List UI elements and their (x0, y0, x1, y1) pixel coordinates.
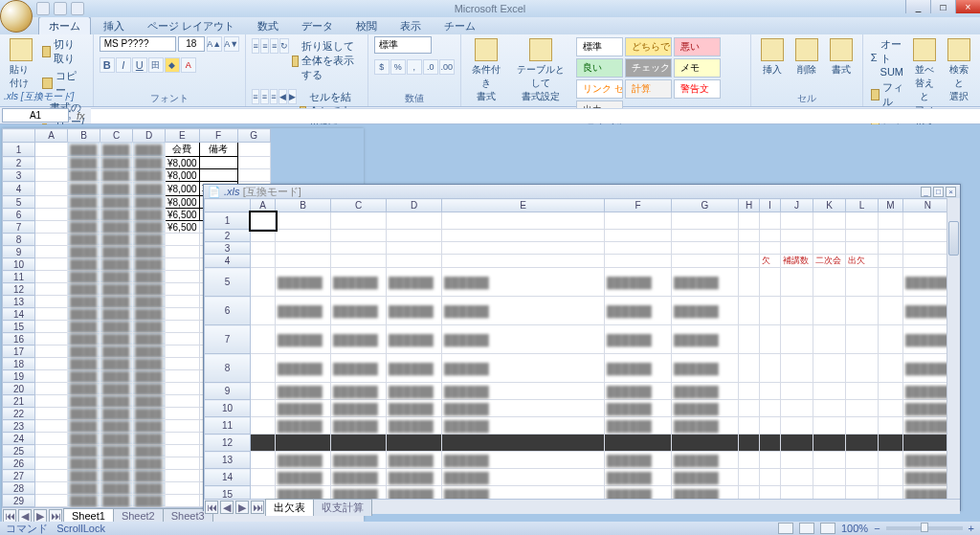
inc-decimal-button[interactable]: .0 (423, 59, 438, 75)
indent-dec-button[interactable]: ◀ (278, 89, 287, 104)
find-label: 検索と 選択 (947, 63, 970, 103)
workbook-window-2: 📄 .xls [互換モード] _ □ × ABCDEFGHIJKLMN1234欠… (203, 184, 961, 511)
tab-view[interactable]: 表示 (390, 16, 432, 34)
fill-icon (871, 89, 880, 100)
sheet-nav-prev[interactable]: ◀ (220, 501, 234, 514)
workbook2-sheet-tabs: ⏮ ◀ ▶ ⏭ 出欠表 収支計算 (204, 499, 960, 514)
fx-icon[interactable]: fx (71, 110, 91, 122)
paste-button[interactable]: 貼り付け (6, 36, 36, 92)
close-button[interactable]: × (955, 0, 980, 13)
ribbon-tabs: ホーム 挿入 ページ レイアウト 数式 データ 校閲 表示 チーム (0, 17, 980, 34)
sheet-nav-next[interactable]: ▶ (33, 509, 47, 523)
office-button[interactable] (0, 0, 33, 33)
save-icon[interactable] (36, 2, 50, 15)
zoom-slider[interactable] (886, 526, 963, 530)
maximize-button[interactable]: □ (930, 0, 955, 13)
sheet-nav-next[interactable]: ▶ (235, 501, 249, 514)
delete-icon (795, 38, 818, 61)
name-box[interactable]: A1 (2, 108, 69, 123)
sheet-tab[interactable]: 収支計算 (313, 499, 372, 516)
workbook2-titlebar[interactable]: 📄 .xls [互換モード] _ □ × (204, 185, 960, 198)
tab-home[interactable]: ホーム (38, 16, 91, 34)
cut-label: 切り取り (54, 37, 84, 66)
worksheet-2[interactable]: ABCDEFGHIJKLMN1234欠補講数二次会出欠5████████████… (204, 198, 953, 499)
tab-review[interactable]: 校閲 (345, 16, 388, 34)
insert-cells-button[interactable]: 挿入 (757, 36, 788, 78)
find-select-button[interactable]: 検索と 選択 (944, 36, 974, 105)
italic-button[interactable]: I (116, 57, 131, 73)
grow-font-button[interactable]: A▲ (207, 36, 222, 52)
redo-icon[interactable] (71, 2, 84, 15)
currency-button[interactable]: $ (374, 59, 390, 75)
cell-style-option[interactable]: 悪い (674, 37, 721, 56)
child-minimize-button[interactable]: _ (921, 187, 931, 197)
align-bottom-button[interactable]: ≡ (270, 38, 278, 54)
indent-inc-button[interactable]: ▶ (288, 89, 297, 104)
tab-team[interactable]: チーム (434, 16, 486, 34)
autosum-button[interactable]: Σオート SUM (869, 36, 905, 78)
cell-style-option[interactable]: チェック セル (625, 58, 672, 78)
font-name-combo[interactable]: MS P???? (100, 36, 176, 52)
fill-color-button[interactable]: ◆ (165, 57, 180, 73)
font-size-combo[interactable]: 18 (178, 36, 205, 52)
sheet-nav-first[interactable]: ⏮ (3, 509, 16, 523)
table-label: テーブルとして 書式設定 (513, 63, 568, 103)
zoom-in-button[interactable]: + (969, 523, 974, 534)
shrink-font-button[interactable]: A▼ (224, 36, 239, 52)
child-close-button[interactable]: × (946, 187, 956, 197)
align-top-button[interactable]: ≡ (252, 38, 260, 54)
orientation-button[interactable]: ↻ (279, 38, 289, 54)
cell-style-option[interactable]: 標準 (576, 37, 623, 56)
workbook2-mode: [互換モード] (243, 186, 301, 197)
view-pagelayout-button[interactable] (799, 523, 814, 534)
cond-label: 条件付き 書式 (471, 63, 501, 103)
delete-cells-button[interactable]: 削除 (791, 36, 822, 78)
border-button[interactable]: 田 (148, 57, 164, 73)
fill-button[interactable]: フィル (869, 79, 905, 110)
tab-insert[interactable]: 挿入 (93, 16, 135, 34)
number-format-combo[interactable]: 標準 (374, 36, 432, 54)
tab-data[interactable]: データ (291, 16, 344, 34)
align-center-button[interactable]: ≡ (260, 89, 268, 104)
align-left-button[interactable]: ≡ (252, 89, 259, 104)
sheet-tab[interactable]: 出欠表 (265, 499, 314, 516)
scrollbar-thumb[interactable] (948, 221, 959, 256)
quick-access-toolbar (36, 2, 84, 15)
cut-button[interactable]: 切り取り (40, 36, 87, 67)
sheet-tab[interactable]: Sheet2 (113, 508, 164, 523)
undo-icon[interactable] (54, 2, 67, 15)
underline-button[interactable]: U (132, 57, 147, 73)
align-middle-button[interactable]: ≡ (260, 38, 269, 54)
sheet-nav-prev[interactable]: ◀ (18, 509, 32, 523)
bold-button[interactable]: B (100, 57, 115, 73)
sheet-nav-last[interactable]: ⏭ (251, 501, 264, 514)
sheet-nav-first[interactable]: ⏮ (205, 501, 218, 514)
cell-style-option[interactable]: メモ (674, 58, 721, 78)
cell-style-option[interactable]: どちらでもない (625, 37, 672, 56)
align-right-button[interactable]: ≡ (270, 89, 278, 104)
cell-style-option[interactable]: 良い (576, 58, 623, 78)
sheet-nav-last[interactable]: ⏭ (49, 509, 62, 523)
tab-formulas[interactable]: 数式 (247, 16, 289, 34)
cell-style-option[interactable]: 警告文 (674, 79, 721, 99)
format-as-table-button[interactable]: テーブルとして 書式設定 (509, 36, 571, 105)
child-maximize-button[interactable]: □ (933, 187, 944, 197)
percent-button[interactable]: % (390, 59, 406, 75)
dec-decimal-button[interactable]: .00 (439, 59, 455, 75)
view-pagebreak-button[interactable] (820, 523, 835, 534)
view-normal-button[interactable] (778, 523, 793, 534)
status-bar: コマンド ScrollLock 100% − + (0, 522, 980, 535)
format-cells-button[interactable]: 書式 (826, 36, 857, 78)
formula-input[interactable] (91, 108, 980, 123)
cell-style-option[interactable]: 計算 (625, 79, 672, 99)
zoom-out-button[interactable]: − (874, 523, 880, 534)
cell-style-option[interactable]: リンク セル (576, 79, 623, 99)
conditional-formatting-button[interactable]: 条件付き 書式 (467, 36, 505, 105)
comma-button[interactable]: , (407, 59, 422, 75)
minimize-button[interactable]: _ (905, 0, 930, 13)
tab-page-layout[interactable]: ページ レイアウト (137, 16, 245, 34)
font-color-button[interactable]: A (181, 57, 196, 73)
wrap-text-button[interactable]: 折り返して全体を表示する (290, 38, 362, 83)
vertical-scrollbar[interactable] (947, 198, 960, 499)
zoom-thumb[interactable] (921, 523, 928, 532)
